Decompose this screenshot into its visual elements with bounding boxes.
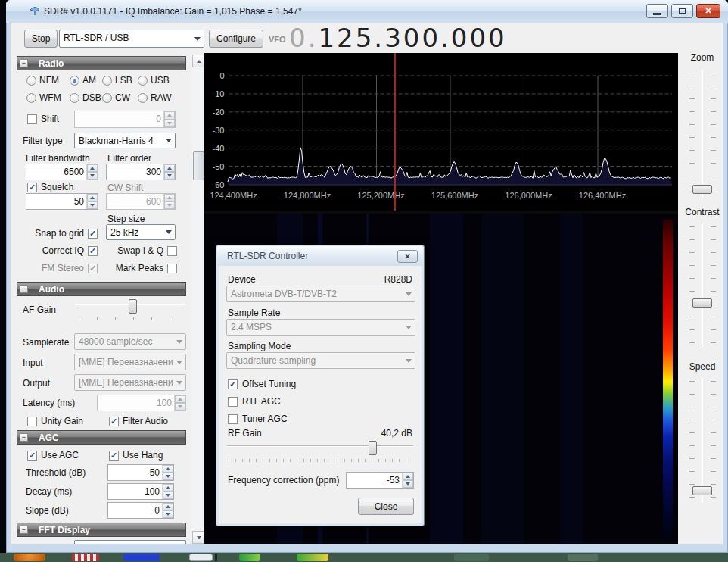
filter-order-spinner[interactable]: 300 <box>106 164 176 180</box>
spin-down[interactable] <box>164 201 175 209</box>
rf-gain-slider[interactable] <box>227 441 413 456</box>
mode-am[interactable]: AM <box>70 75 96 86</box>
filter-audio-row[interactable]: ✓ Filter Audio <box>109 416 168 426</box>
scrollbar-thumb[interactable] <box>193 151 204 180</box>
agc-panel-header[interactable]: − AGC <box>17 430 186 445</box>
use-agc-row[interactable]: ✓ Use AGC <box>27 450 79 461</box>
configure-button[interactable]: Configure <box>209 30 263 48</box>
rtl-agc-row[interactable]: ✓ RTL AGC <box>228 396 281 407</box>
spin-down[interactable] <box>87 172 98 180</box>
minimize-button[interactable] <box>646 4 668 18</box>
squelch-spinner[interactable]: 50 <box>26 193 98 210</box>
spin-up[interactable] <box>164 111 175 120</box>
scroll-up-button[interactable] <box>192 55 205 67</box>
offset-tuning-row[interactable]: ✓ Offset Tuning <box>228 379 296 389</box>
spin-down[interactable] <box>164 120 175 128</box>
audio-panel-header[interactable]: − Audio <box>17 282 186 296</box>
mode-wfm[interactable]: WFM <box>26 92 61 103</box>
collapse-icon[interactable]: − <box>20 433 28 442</box>
threshold-spinner[interactable]: -50 <box>107 464 174 481</box>
spin-up[interactable] <box>403 473 413 480</box>
frequency-display[interactable]: 0.125.300.000 <box>289 23 507 53</box>
unity-gain-row[interactable]: ✓ Unity Gain <box>27 416 83 426</box>
dialog-close-action-button[interactable]: Close <box>358 498 414 515</box>
mode-raw[interactable]: RAW <box>138 92 172 103</box>
step-size-select[interactable]: 25 kHz <box>106 224 176 240</box>
radio-button[interactable] <box>70 76 79 86</box>
mark-peaks-checkbox[interactable]: ✓ <box>167 264 177 273</box>
squelch-checkbox-row[interactable]: ✓ Squelch <box>27 182 73 192</box>
shift-checkbox-row[interactable]: ✓ Shift <box>27 114 59 124</box>
scroll-down-button[interactable] <box>192 531 205 544</box>
use-hang-row[interactable]: ✓ Use Hang <box>109 450 163 461</box>
snap-to-grid-checkbox[interactable]: ✓ <box>88 229 98 239</box>
swap-iq-row[interactable]: Swap I & Q ✓ <box>101 245 177 256</box>
radio-button[interactable] <box>26 76 36 86</box>
unity-gain-checkbox[interactable]: ✓ <box>27 417 37 426</box>
radio-button[interactable] <box>26 93 36 103</box>
spin-down[interactable] <box>163 473 173 480</box>
zoom-slider[interactable] <box>682 70 723 198</box>
close-button[interactable]: ✕ <box>696 4 720 18</box>
radio-button[interactable] <box>70 93 79 103</box>
tuner-agc-row[interactable]: ✓ Tuner AGC <box>228 414 288 424</box>
snap-to-grid-row[interactable]: Snap to grid ✓ <box>17 228 98 239</box>
correct-iq-checkbox[interactable]: ✓ <box>88 246 98 256</box>
offset-tuning-checkbox[interactable]: ✓ <box>228 379 238 389</box>
mode-dsb[interactable]: DSB <box>70 92 101 103</box>
slider-thumb[interactable] <box>692 486 712 495</box>
slider-thumb[interactable] <box>692 298 712 308</box>
rtl-agc-checkbox[interactable]: ✓ <box>228 397 238 407</box>
maximize-button[interactable] <box>671 4 693 18</box>
slope-spinner[interactable]: 0 <box>107 502 174 519</box>
mode-usb[interactable]: USB <box>138 75 170 86</box>
tuner-agc-checkbox[interactable]: ✓ <box>228 414 238 424</box>
mode-lsb[interactable]: LSB <box>102 75 132 86</box>
spectrum-display[interactable]: 0-10-20-30-40-50-60124,400MHz124,800MHz1… <box>204 53 678 211</box>
fft-panel-header[interactable]: − FFT Display <box>17 523 186 537</box>
speed-slider[interactable] <box>682 378 723 503</box>
spin-up[interactable] <box>163 484 173 492</box>
collapse-icon[interactable]: − <box>20 526 28 534</box>
decay-spinner[interactable]: 100 <box>107 483 174 500</box>
use-hang-checkbox[interactable]: ✓ <box>109 451 119 461</box>
fft-partial-combo[interactable] <box>74 540 186 544</box>
filter-audio-checkbox[interactable]: ✓ <box>109 417 119 426</box>
filter-bandwidth-spinner[interactable]: 6500 <box>26 164 98 180</box>
correct-iq-row[interactable]: Correct IQ ✓ <box>17 245 98 256</box>
dialog-title-bar[interactable]: RTL-SDR Controller <box>217 246 423 266</box>
freq-correction-spinner[interactable]: -53 <box>346 472 414 489</box>
mode-nfm[interactable]: NFM <box>26 75 59 86</box>
radio-button[interactable] <box>102 76 112 86</box>
spin-up[interactable] <box>164 194 175 201</box>
squelch-checkbox[interactable]: ✓ <box>27 183 37 192</box>
spin-up[interactable] <box>87 194 98 201</box>
spin-up[interactable] <box>163 503 173 510</box>
mark-peaks-row[interactable]: Mark Peaks ✓ <box>101 263 177 273</box>
spin-down[interactable] <box>163 510 173 518</box>
sidebar-scrollbar[interactable] <box>192 55 205 544</box>
dialog-close-button[interactable]: ✕ <box>397 250 418 263</box>
radio-panel-header[interactable]: − Radio <box>17 56 186 70</box>
contrast-slider[interactable] <box>682 223 723 346</box>
source-select[interactable]: RTL-SDR / USB <box>59 30 204 48</box>
slider-thumb[interactable] <box>369 441 377 455</box>
cw-shift-spinner[interactable]: 600 <box>106 193 176 210</box>
spin-down[interactable] <box>163 492 173 499</box>
slider-thumb[interactable] <box>129 299 137 314</box>
spin-down[interactable] <box>403 480 413 488</box>
use-agc-checkbox[interactable]: ✓ <box>27 451 37 461</box>
filter-type-select[interactable]: Blackman-Harris 4 <box>74 133 176 148</box>
radio-button[interactable] <box>138 76 148 86</box>
radio-button[interactable] <box>102 93 112 103</box>
spin-up[interactable] <box>163 465 173 473</box>
slider-thumb[interactable] <box>692 185 712 194</box>
af-gain-slider[interactable] <box>74 299 186 314</box>
spin-up[interactable] <box>87 164 98 172</box>
title-bar[interactable]: SDR# v1.0.0.1171 - IQ Imbalance: Gain = … <box>6 0 728 23</box>
stop-button[interactable]: Stop <box>24 30 58 48</box>
spin-up[interactable] <box>164 164 175 172</box>
collapse-icon[interactable]: − <box>20 59 28 67</box>
collapse-icon[interactable]: − <box>20 285 28 293</box>
spin-down[interactable] <box>164 172 175 180</box>
